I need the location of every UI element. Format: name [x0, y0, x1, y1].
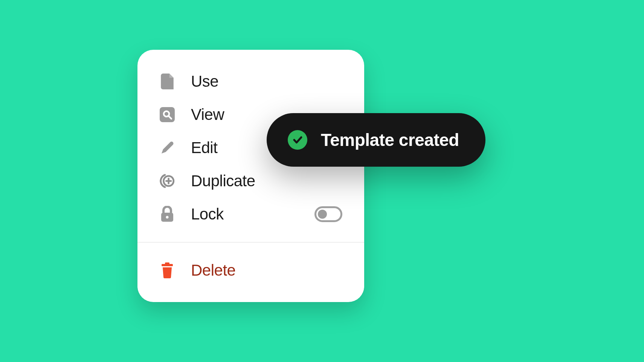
preview-icon — [159, 107, 175, 123]
menu-item-label: View — [191, 106, 224, 124]
toggle-knob — [318, 210, 327, 219]
toast-message: Template created — [321, 130, 459, 150]
svg-point-7 — [166, 216, 169, 219]
pencil-icon — [159, 140, 175, 156]
check-circle-icon — [288, 130, 307, 150]
menu-item-label: Edit — [191, 139, 217, 157]
lock-icon — [159, 206, 175, 222]
duplicate-icon — [159, 173, 175, 189]
svg-rect-0 — [160, 107, 175, 122]
lock-toggle[interactable] — [314, 206, 342, 222]
toast-notification: Template created — [267, 113, 485, 167]
menu-item-lock[interactable]: Lock — [137, 198, 364, 231]
menu-section-bottom: Delete — [137, 242, 364, 302]
menu-item-label: Delete — [191, 261, 235, 279]
document-icon — [159, 74, 175, 89]
trash-icon — [159, 262, 175, 278]
menu-item-delete[interactable]: Delete — [137, 254, 364, 287]
context-menu: Use View Edit — [137, 50, 364, 302]
menu-item-label: Duplicate — [191, 172, 255, 190]
menu-item-duplicate[interactable]: Duplicate — [137, 164, 364, 198]
menu-item-label: Lock — [191, 205, 224, 223]
menu-item-use[interactable]: Use — [137, 65, 364, 98]
menu-item-label: Use — [191, 72, 218, 90]
svg-rect-9 — [165, 262, 169, 264]
